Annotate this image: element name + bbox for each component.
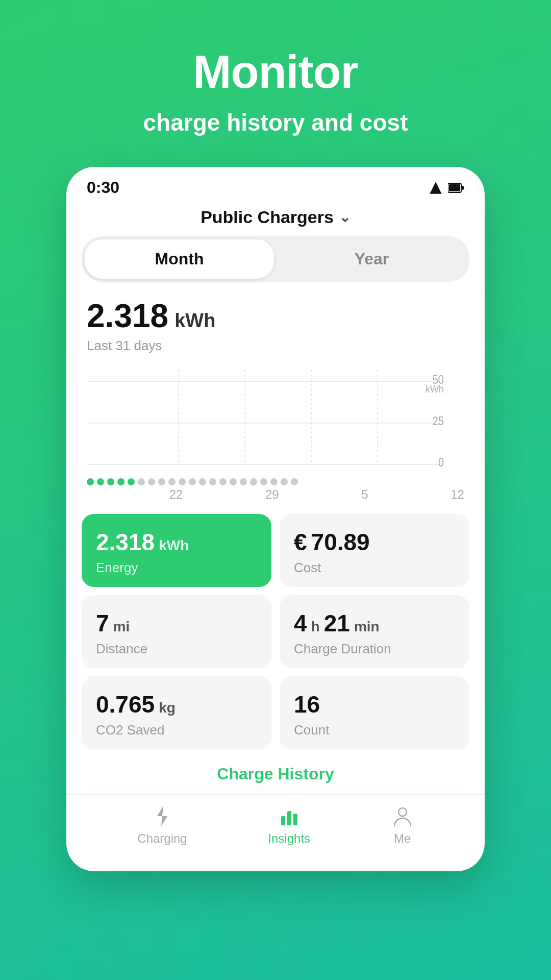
count-stat-label: Count [294, 722, 455, 738]
svg-point-19 [398, 808, 407, 816]
svg-marker-15 [157, 806, 167, 826]
bottom-nav: Charging Insights Me [66, 794, 485, 861]
co2-stat-number: 0.765 [96, 691, 155, 718]
dot [209, 478, 216, 485]
dot [260, 478, 267, 485]
distance-stat-label: Distance [96, 641, 257, 657]
dot [138, 478, 145, 485]
battery-icon [448, 181, 464, 195]
dot [87, 478, 94, 485]
chevron-down-icon: ⌄ [339, 209, 350, 226]
dot [291, 478, 298, 485]
stat-card-co2[interactable]: 0.765 kg CO2 Saved [82, 676, 271, 749]
svg-text:kWh: kWh [425, 382, 444, 395]
svg-rect-2 [449, 184, 460, 191]
dot [250, 478, 257, 485]
nav-item-charging[interactable]: Charging [137, 805, 187, 846]
dot [240, 478, 247, 485]
co2-stat-label: CO2 Saved [96, 722, 257, 738]
chart-x-label-29: 29 [265, 487, 279, 502]
dot [270, 478, 278, 485]
tab-month[interactable]: Month [85, 239, 274, 279]
energy-section: 2.318 kWh Last 31 days [66, 282, 485, 354]
divider [82, 789, 469, 789]
charger-selector[interactable]: Public Chargers ⌄ [66, 202, 485, 236]
stat-card-duration[interactable]: 4 h 21 min Charge Duration [280, 595, 469, 668]
dot [219, 478, 227, 485]
energy-number: 2.318 [87, 297, 168, 335]
bolt-icon [151, 805, 173, 827]
dot [281, 478, 288, 485]
dot [168, 478, 176, 485]
nav-label-me: Me [394, 831, 411, 846]
dot [128, 478, 135, 485]
dot [230, 478, 237, 485]
energy-stat-label: Energy [96, 560, 257, 576]
stat-value-row: 4 h 21 min [294, 609, 455, 637]
chart-x-labels: 22 29 5 12 [66, 485, 485, 502]
chart-svg: 50 kWh 25 0 [87, 364, 464, 476]
dot [107, 478, 114, 485]
svg-text:0: 0 [438, 456, 444, 470]
tab-row: Month Year [82, 236, 469, 282]
svg-rect-3 [462, 186, 464, 190]
energy-subtitle: Last 31 days [87, 338, 464, 354]
dot [158, 478, 165, 485]
distance-stat-unit: mi [113, 619, 130, 635]
dot [97, 478, 104, 485]
stat-card-cost[interactable]: € 70.89 Cost [280, 514, 469, 587]
phone-card: 0:30 Public Chargers ⌄ Month Year 2.318 … [66, 167, 485, 871]
bar-chart-icon [278, 805, 300, 827]
tab-year[interactable]: Year [277, 239, 466, 279]
energy-unit: kWh [174, 310, 215, 332]
signal-icon [429, 181, 443, 195]
stat-value-row: 16 [294, 691, 455, 718]
cost-stat-number: 70.89 [311, 528, 370, 556]
dot [117, 478, 124, 485]
stat-card-distance[interactable]: 7 mi Distance [82, 595, 271, 668]
cost-stat-prefix: € [294, 528, 307, 556]
status-time: 0:30 [87, 178, 119, 197]
co2-stat-unit: kg [159, 700, 176, 716]
dot [148, 478, 155, 485]
stat-value-row: 0.765 kg [96, 691, 257, 718]
chart-x-label-5: 5 [361, 487, 368, 502]
nav-item-insights[interactable]: Insights [268, 805, 310, 846]
energy-stat-number: 2.318 [96, 528, 155, 556]
svg-marker-0 [430, 182, 441, 193]
chart-area: 50 kWh 25 0 [87, 364, 464, 476]
distance-stat-number: 7 [96, 609, 109, 637]
duration-stat-number: 4 [294, 609, 307, 637]
stats-grid: 2.318 kWh Energy € 70.89 Cost 7 mi Dista… [82, 514, 469, 749]
energy-stat-unit: kWh [159, 537, 189, 554]
nav-label-charging: Charging [137, 831, 187, 846]
stat-value-row: € 70.89 [294, 528, 455, 556]
svg-rect-16 [281, 816, 285, 825]
duration-stat-label: Charge Duration [294, 641, 455, 657]
nav-label-insights: Insights [268, 831, 310, 846]
nav-item-me[interactable]: Me [391, 805, 414, 846]
stat-card-energy[interactable]: 2.318 kWh Energy [82, 514, 271, 587]
person-icon [391, 805, 414, 827]
duration-stat-number2: 21 [324, 609, 350, 637]
hero-subtitle: charge history and cost [143, 109, 408, 136]
dot [189, 478, 196, 485]
chart-dots-row [66, 478, 485, 485]
status-bar: 0:30 [66, 167, 485, 202]
stat-value-row: 2.318 kWh [96, 528, 257, 556]
dot [179, 478, 186, 485]
charge-history-button[interactable]: Charge History [66, 749, 485, 789]
svg-text:25: 25 [433, 414, 444, 428]
cost-stat-label: Cost [294, 560, 455, 576]
duration-stat-unit2: min [354, 619, 380, 635]
energy-value: 2.318 kWh [87, 297, 464, 335]
stat-value-row: 7 mi [96, 609, 257, 637]
charger-label: Public Chargers [201, 207, 334, 227]
status-icons [429, 181, 464, 195]
svg-rect-18 [293, 814, 297, 825]
svg-rect-17 [287, 811, 291, 825]
stat-card-count[interactable]: 16 Count [280, 676, 469, 749]
dot [199, 478, 206, 485]
chart-x-label-12: 12 [450, 487, 464, 502]
count-stat-number: 16 [294, 691, 320, 718]
